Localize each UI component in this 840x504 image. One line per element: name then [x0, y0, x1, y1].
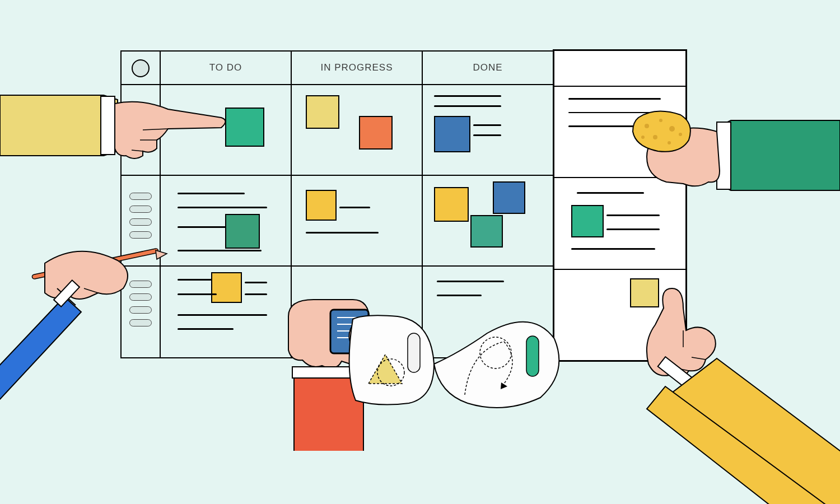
paper-ribbon-icon [347, 311, 571, 428]
card-icon [359, 116, 393, 150]
swimlane-pill-icon [129, 193, 152, 200]
done-row-1 [423, 85, 554, 176]
column-header-todo: TO DO [161, 52, 292, 85]
card-icon [493, 181, 525, 214]
svg-point-21 [653, 135, 657, 139]
extra-column-header [554, 51, 685, 87]
swimlane-pill-icon [129, 218, 152, 226]
card-icon [211, 272, 242, 303]
hand-sponge-teal [605, 101, 840, 218]
done-row-2 [423, 176, 554, 267]
card-icon [225, 214, 260, 249]
svg-point-19 [659, 119, 662, 122]
svg-point-23 [679, 133, 682, 136]
svg-rect-13 [408, 333, 420, 372]
progress-row-2 [292, 176, 423, 267]
svg-point-22 [668, 141, 671, 144]
swimlane-pill-icon [129, 231, 152, 239]
stub-header [122, 52, 161, 85]
progress-row-1 [292, 85, 423, 176]
column-header-in-progress: IN PROGRESS [292, 52, 423, 85]
card-icon [470, 215, 503, 248]
stub-circle-icon [132, 59, 150, 77]
column-header-done: DONE [423, 52, 554, 85]
hand-pointing-up-yellow [594, 269, 840, 504]
hand-pointing-yellow [0, 84, 235, 185]
card-icon [571, 205, 604, 237]
card-icon [306, 190, 337, 221]
hand-pencil-blue [0, 244, 185, 400]
svg-rect-16 [526, 336, 539, 376]
svg-point-18 [645, 124, 649, 128]
svg-marker-2 [156, 250, 167, 259]
swimlane-pill-icon [129, 206, 152, 213]
svg-point-20 [669, 126, 675, 132]
svg-point-24 [641, 136, 645, 139]
card-icon [434, 116, 470, 152]
card-icon [306, 95, 339, 129]
svg-rect-0 [101, 96, 115, 155]
card-icon [434, 187, 469, 222]
